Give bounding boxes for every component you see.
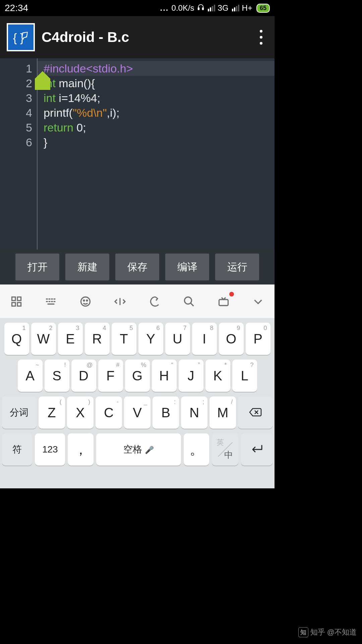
signal-1-icon (208, 5, 215, 11)
more-indicator-icon: ... (160, 3, 169, 13)
key-s[interactable]: !S (45, 360, 69, 392)
backspace-key[interactable] (238, 396, 273, 429)
key-o[interactable]: 9O (219, 323, 244, 355)
key-m[interactable]: /M (209, 396, 236, 429)
svg-rect-0 (198, 8, 199, 10)
emoji-icon[interactable] (78, 294, 93, 309)
code-line: } (44, 135, 275, 150)
key-p[interactable]: 0P (246, 323, 270, 355)
line-number: 3 (0, 91, 32, 105)
space-key[interactable]: 空格🎤 (96, 433, 181, 466)
period-key[interactable]: 。 (184, 433, 209, 466)
code-line: int i=14%4; (44, 91, 275, 105)
line-number: 1 (0, 61, 32, 76)
cursor-move-icon[interactable] (112, 294, 128, 309)
line-number: 4 (0, 105, 32, 120)
svg-rect-22 (219, 300, 228, 306)
svg-rect-6 (17, 303, 21, 306)
code-line: printf("%d\n",i); (44, 105, 275, 120)
save-button[interactable]: 保存 (115, 254, 159, 280)
key-i[interactable]: 8I (192, 323, 217, 355)
svg-rect-4 (17, 297, 21, 301)
key-q[interactable]: 1Q (4, 323, 29, 355)
carrier-2: H+ (242, 3, 252, 13)
key-d[interactable]: @D (71, 360, 96, 392)
key-h[interactable]: “H (152, 360, 177, 392)
key-n[interactable]: ;N (181, 396, 207, 429)
grid-icon[interactable] (9, 294, 24, 309)
mic-icon: 🎤 (145, 446, 154, 454)
open-button[interactable]: 打开 (15, 254, 59, 280)
line-number-gutter: 1 2 3 4 5 6 (0, 58, 38, 250)
signal-2-icon (232, 5, 239, 11)
key-l[interactable]: ?L (232, 360, 257, 392)
run-button[interactable]: 运行 (215, 254, 259, 280)
svg-line-21 (191, 303, 194, 306)
status-bar: 22:34 ... 0.0K/s 3G H+ 65 (0, 0, 275, 16)
line-number: 6 (0, 135, 32, 150)
segment-key[interactable]: 分词 (2, 396, 37, 429)
svg-point-20 (185, 297, 192, 304)
key-y[interactable]: 6Y (138, 323, 163, 355)
key-e[interactable]: 3E (58, 323, 83, 355)
symbols-key[interactable]: 符 (2, 433, 32, 466)
backspace-icon (249, 405, 262, 420)
keyboard-layout-icon[interactable] (43, 294, 59, 309)
clipboard-icon[interactable] (147, 294, 162, 309)
key-u[interactable]: 7U (165, 323, 190, 355)
code-area[interactable]: #include<stdio.h> int main(){ int i=14%4… (38, 58, 275, 250)
key-v[interactable]: _V (124, 396, 150, 429)
code-line: return 0; (44, 120, 275, 135)
numbers-key[interactable]: 123 (35, 433, 65, 466)
language-switch-key[interactable]: 英中 (212, 433, 238, 466)
key-c[interactable]: -C (96, 396, 122, 429)
headphones-icon (197, 3, 204, 13)
overflow-menu-button[interactable] (254, 30, 268, 45)
battery-icon: 65 (256, 4, 270, 13)
key-f[interactable]: #F (98, 360, 123, 392)
svg-rect-1 (202, 8, 203, 10)
comma-key[interactable]: ， (68, 433, 93, 466)
enter-key[interactable] (241, 433, 273, 466)
carrier-1: 3G (218, 3, 229, 13)
svg-rect-3 (12, 297, 16, 301)
svg-point-17 (83, 300, 84, 301)
key-a[interactable]: ~A (18, 360, 43, 392)
key-z[interactable]: (Z (39, 396, 65, 429)
tv-icon[interactable] (216, 294, 231, 309)
key-w[interactable]: 2W (31, 323, 56, 355)
line-number: 2 (0, 76, 32, 91)
notification-dot-icon (229, 292, 234, 297)
app-bar: { } C4droid - B.c (0, 16, 275, 58)
key-g[interactable]: %G (125, 360, 150, 392)
svg-point-16 (81, 297, 90, 306)
clock: 22:34 (5, 3, 28, 13)
editor-toolbar: 打开 新建 保存 编译 运行 (0, 250, 275, 284)
key-k[interactable]: *K (205, 360, 230, 392)
compile-button[interactable]: 编译 (165, 254, 209, 280)
collapse-keyboard-icon[interactable] (250, 294, 266, 309)
search-icon[interactable] (181, 294, 197, 309)
svg-rect-5 (12, 303, 16, 306)
enter-icon (250, 442, 264, 457)
code-line: #include<stdio.h> (38, 61, 275, 76)
key-t[interactable]: 5T (112, 323, 136, 355)
ime-toolbar (0, 284, 275, 318)
app-title: C4droid - B.c (42, 29, 129, 45)
line-number: 5 (0, 120, 32, 135)
key-x[interactable]: )X (67, 396, 94, 429)
text-cursor-handle-icon[interactable] (35, 71, 50, 90)
new-button[interactable]: 新建 (65, 254, 109, 280)
key-b[interactable]: :B (153, 396, 179, 429)
net-speed: 0.0K/s (172, 3, 194, 13)
app-icon: { } (7, 23, 35, 51)
key-j[interactable]: ”J (179, 360, 203, 392)
svg-point-18 (86, 300, 87, 301)
key-r[interactable]: 4R (85, 323, 110, 355)
code-editor[interactable]: 1 2 3 4 5 6 #include<stdio.h> int main()… (0, 58, 275, 250)
code-line: int main(){ (44, 76, 275, 91)
virtual-keyboard: 1Q2W3E4R5T6Y7U8I9O0P ~A!S@D#F%G“H”J*K?L … (0, 318, 275, 488)
